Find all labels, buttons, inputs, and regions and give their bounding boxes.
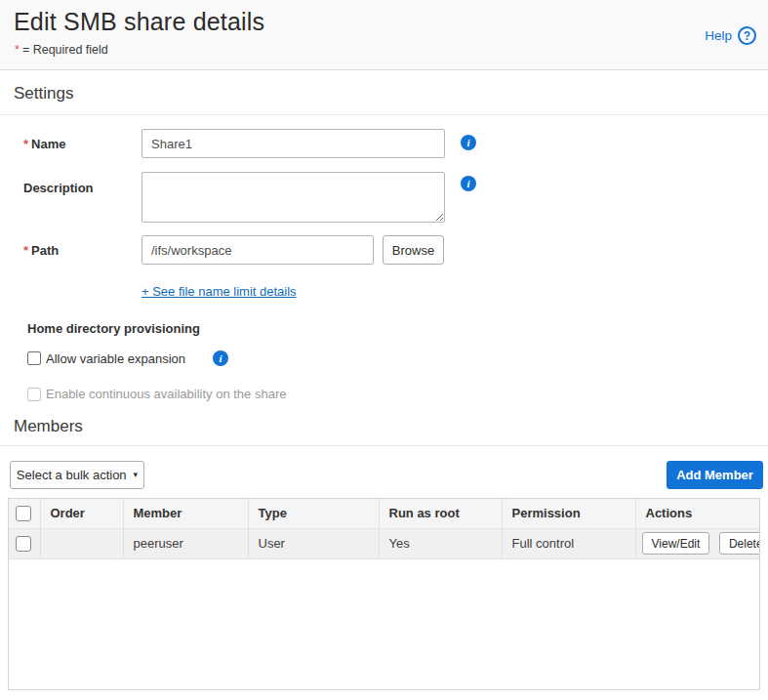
settings-divider: [0, 114, 768, 115]
description-info-icon[interactable]: i: [461, 176, 476, 191]
cell-type: User: [248, 528, 379, 558]
table-header-row: Order Member Type Run as root Permission…: [9, 499, 759, 528]
members-divider: [0, 445, 768, 446]
members-section-heading: Members: [14, 417, 83, 436]
help-label[interactable]: Help: [705, 28, 732, 43]
required-asterisk: *: [15, 43, 20, 57]
file-name-limit-link[interactable]: + See file name limit details: [141, 284, 297, 299]
members-table: Order Member Type Run as root Permission…: [8, 498, 760, 690]
allow-variable-expansion-label[interactable]: Allow variable expansion: [46, 351, 185, 366]
delete-button[interactable]: Delete: [719, 532, 759, 555]
browse-button[interactable]: Browse: [383, 235, 444, 265]
name-label: *Name: [23, 137, 65, 151]
column-header-actions: Actions: [635, 499, 759, 528]
settings-section-heading: Settings: [14, 84, 73, 103]
page-header: Edit SMB share details *= Required field…: [0, 0, 768, 70]
cell-member: peeruser: [123, 528, 248, 558]
required-field-note: *= Required field: [15, 43, 108, 57]
table-row: peeruser User Yes Full control View/Edit…: [9, 528, 759, 558]
view-edit-button[interactable]: View/Edit: [642, 532, 710, 555]
allow-variable-expansion-info-icon[interactable]: i: [213, 350, 228, 366]
name-input[interactable]: [141, 129, 445, 158]
help-link[interactable]: Help ?: [705, 26, 756, 45]
cell-run-as-root: Yes: [379, 528, 502, 558]
column-header-permission: Permission: [502, 499, 635, 528]
page-title: Edit SMB share details: [14, 8, 264, 36]
add-member-button[interactable]: Add Member: [667, 461, 763, 489]
cell-permission: Full control: [502, 528, 635, 558]
column-header-type: Type: [248, 499, 379, 528]
help-icon[interactable]: ?: [738, 26, 756, 45]
row-checkbox[interactable]: [16, 536, 31, 552]
path-label: *Path: [23, 243, 59, 258]
column-header-order: Order: [40, 499, 123, 528]
path-input[interactable]: [141, 235, 374, 265]
select-all-checkbox[interactable]: [16, 506, 31, 521]
caret-down-icon: ▾: [134, 471, 139, 479]
bulk-action-dropdown[interactable]: Select a bulk action ▾: [10, 461, 144, 489]
name-required-asterisk: *: [23, 137, 28, 151]
description-label: Description: [23, 181, 94, 195]
name-info-icon[interactable]: i: [461, 135, 476, 150]
description-textarea[interactable]: [141, 172, 445, 223]
bulk-action-label: Select a bulk action: [17, 468, 127, 482]
cell-order: [40, 528, 123, 558]
allow-variable-expansion-checkbox[interactable]: [27, 351, 41, 365]
required-note-text: = Required field: [22, 43, 108, 57]
path-required-asterisk: *: [23, 243, 28, 258]
continuous-availability-checkbox: [27, 388, 41, 401]
column-header-member: Member: [123, 499, 248, 528]
continuous-availability-label: Enable continuous availability on the sh…: [46, 387, 286, 401]
column-header-run-as-root: Run as root: [379, 499, 502, 528]
home-directory-heading: Home directory provisioning: [27, 321, 200, 336]
